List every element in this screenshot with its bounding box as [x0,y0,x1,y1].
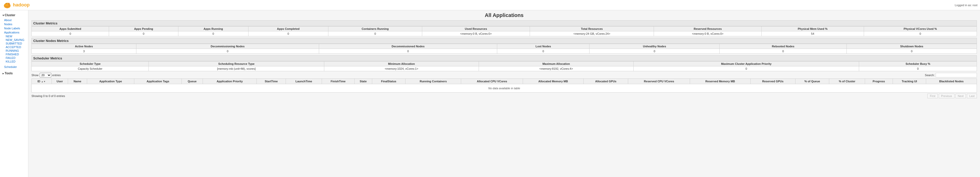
col-name[interactable]: Name [68,79,87,84]
sidebar-item-submitted[interactable]: SUBMITTED [0,42,28,45]
col-res-mem[interactable]: Reserved Memory MB [690,79,751,84]
cm-header-0: Apps Submitted [32,27,109,32]
first-button[interactable]: First [928,94,937,98]
entries-label: entries [52,74,61,77]
cm-header-1: Apps Pending [109,27,178,32]
col-progress[interactable]: Progress [865,79,893,84]
sidebar-item-node-labels[interactable]: Node Labels [0,26,28,30]
last-button[interactable]: Last [967,94,977,98]
col-finish-time[interactable]: FinishTime [322,79,355,84]
col-pct-queue[interactable]: % of Queue [795,79,829,84]
col-app-tags[interactable]: Application Tags [134,79,182,84]
col-running-containers[interactable]: Running Containers [406,79,461,84]
col-blacklisted-label: Blacklisted Nodes [939,80,964,83]
sidebar-item-scheduler[interactable]: Scheduler [0,65,28,69]
search-box: Search: [925,73,977,77]
col-tracking-ui[interactable]: Tracking UI [892,79,926,84]
col-id-label: ID [37,80,40,83]
col-running-containers-label: Running Containers [420,80,447,83]
col-pct-cluster[interactable]: % of Cluster [829,79,865,84]
col-user[interactable]: User [52,79,68,84]
hadoop-text: hadoop [13,2,30,8]
cm-val-4: 0 [328,32,422,36]
cm-header-8: Physical Mem Used % [761,27,864,32]
cm-header-4: Containers Running [328,27,422,32]
col-start-time[interactable]: StartTime [257,79,286,84]
sidebar-item-killed[interactable]: KILLED [0,60,28,63]
cm-header-3: Apps Completed [248,27,328,32]
cm-header-5: Used Resources [422,27,530,32]
table-controls: Show 20 50 100 entries Search: [32,73,977,77]
col-res-gpu[interactable]: Reserved GPUs [751,79,795,84]
no-data-message: No data available in table [32,84,977,93]
cm-header-9: Physical VCores Used % [864,27,977,32]
col-app-type[interactable]: Application Type [87,79,134,84]
cnm-header-4: Unhealthy Nodes [590,44,720,49]
cm-val-8: 54 [761,32,864,36]
cm-val-0: 0 [32,32,109,36]
sidebar-item-new-saving[interactable]: NEW_SAVING [0,38,28,42]
layout: ▾ Cluster About Nodes Node Labels Applic… [0,10,980,177]
logged-in-label: Logged in as: root [955,3,977,7]
cnm-val-2: 0 [319,49,497,54]
sm-val-5: 0 [859,66,977,71]
sidebar-item-failed[interactable]: FAILED [0,56,28,60]
col-final-status[interactable]: FinalStatus [372,79,405,84]
cnm-val-4: 0 [590,49,720,54]
sidebar-item-accepted[interactable]: ACCEPTED [0,45,28,49]
col-final-status-label: FinalStatus [381,80,396,83]
cm-val-9: 0 [864,32,977,36]
sm-val-0: Capacity Scheduler [32,66,149,71]
col-app-priority[interactable]: Application Priority [203,79,256,84]
sidebar-item-running[interactable]: RUNNING [0,49,28,52]
sidebar-item-applications[interactable]: Applications [0,30,28,35]
pagination-buttons: First Previous Next Last [928,94,977,98]
tools-arrow-icon: ▸ [3,72,4,75]
col-start-time-label: StartTime [265,80,278,83]
cm-header-6: Total Resources [530,27,654,32]
search-input[interactable] [935,73,977,77]
col-alloc-cpu[interactable]: Allocated CPU VCores [461,79,523,84]
col-res-cpu[interactable]: Reserved CPU VCores [628,79,690,84]
logo-area: hadoop [3,0,30,10]
col-name-label: Name [73,80,81,83]
cnm-header-1: Decommissioning Nodes [136,44,319,49]
cnm-val-6: 0 [847,49,977,54]
col-alloc-gpu[interactable]: Allocated GPUs [583,79,628,84]
col-queue[interactable]: Queue [181,79,203,84]
sidebar-item-new[interactable]: NEW [0,35,28,38]
col-res-cpu-label: Reserved CPU VCores [644,80,674,83]
scheduler-metrics-table: Scheduler Type Scheduling Resource Type … [32,61,977,71]
col-state[interactable]: State [355,79,372,84]
sm-header-2: Minimum Allocation [324,62,479,66]
col-user-label: User [57,80,63,83]
cm-val-1: 0 [109,32,178,36]
col-blacklisted[interactable]: Blacklisted Nodes [926,79,977,84]
next-button[interactable]: Next [956,94,966,98]
svg-point-5 [8,3,10,6]
col-alloc-mem[interactable]: Allocated Memory MB [523,79,584,84]
sidebar-tools-header[interactable]: ▸ Tools [0,71,28,76]
sidebar-item-about[interactable]: About [0,18,28,22]
previous-button[interactable]: Previous [939,94,955,98]
col-launch-time[interactable]: LaunchTime [286,79,322,84]
col-id[interactable]: ID ▲▼ [32,79,52,84]
col-res-gpu-label: Reserved GPUs [762,80,784,83]
entries-select[interactable]: 20 50 100 [40,73,51,77]
page-title: All Applications [32,13,977,18]
sm-header-0: Scheduler Type [32,62,149,66]
sm-val-2: <memory:1024, vCores:1> [324,66,479,71]
cnm-val-0: 3 [32,49,136,54]
no-data-row: No data available in table [32,84,977,93]
applications-table: ID ▲▼ User Name Application Type Applica… [32,79,977,93]
sm-header-4: Maximum Cluster Application Priority [633,62,859,66]
col-pct-queue-label: % of Queue [805,80,820,83]
sm-val-1: [memory-mb (unit=Mi), vcores] [149,66,324,71]
sm-header-3: Maximum Allocation [479,62,633,66]
sidebar-item-finished[interactable]: FINISHED [0,52,28,56]
sidebar-cluster-header[interactable]: ▾ Cluster [0,13,28,18]
col-pct-cluster-label: % of Cluster [839,80,855,83]
cm-val-7: <memory:0 B, vCores:0> [654,32,762,36]
cm-header-7: Reserved Resources [654,27,762,32]
sidebar-item-nodes[interactable]: Nodes [0,22,28,26]
